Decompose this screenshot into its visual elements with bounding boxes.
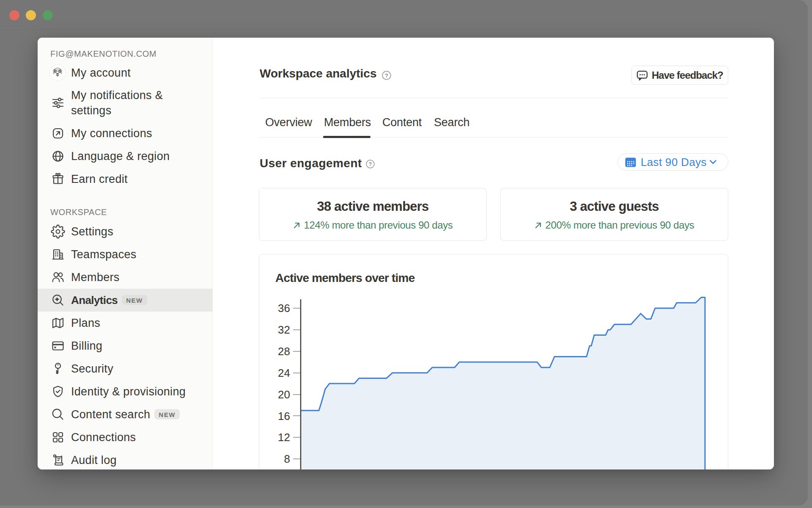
svg-text:?: ? — [369, 161, 372, 167]
svg-text:24: 24 — [278, 367, 290, 379]
svg-text:12: 12 — [278, 431, 290, 444]
svg-text:?: ? — [385, 72, 388, 79]
svg-text:32: 32 — [278, 323, 290, 336]
svg-text:28: 28 — [278, 345, 290, 358]
svg-text:20: 20 — [278, 388, 290, 401]
svg-text:36: 36 — [278, 302, 290, 315]
svg-text:16: 16 — [278, 410, 290, 422]
svg-text:8: 8 — [284, 453, 290, 465]
